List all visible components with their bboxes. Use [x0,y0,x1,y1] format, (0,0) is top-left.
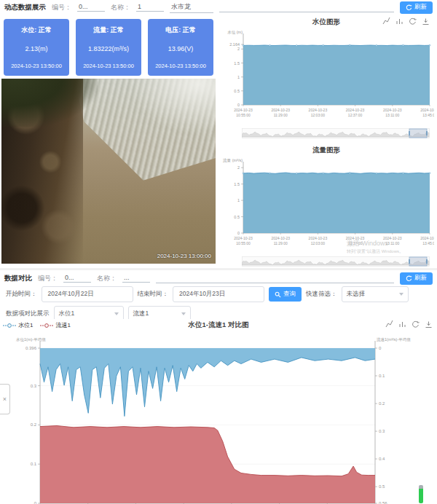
bar-chart-icon[interactable] [395,17,403,25]
compare-svg: 水位1(m)-平均值流速1(m³/s)-平均值0.3960.30.20.1000… [0,331,437,504]
chart-toolbox [382,17,430,25]
axis-label: 流速1(m³/s)-平均值 [377,337,411,342]
axis-label: 12:03:00 [311,241,326,245]
chart-title: 流量图形 [312,146,340,155]
end-time-label: 结束时间： [138,290,169,299]
card-status: 电压: 正常 [149,25,212,35]
chevron-down-icon [114,312,119,315]
水位1-area [40,348,375,417]
axis-label: 0 [237,103,240,107]
axis-label: 13:11:00 [385,241,399,245]
card-time: 2024-10-23 13:50:00 [77,63,140,69]
axis-label: 2024-10-23 [234,108,253,112]
axis-label: 1 [237,198,240,202]
collapsed-side-widget[interactable]: × [0,384,10,414]
axis-label: 2 [237,165,240,170]
series-line [243,45,430,46]
chart-header: 流量图形 [219,144,434,156]
download-icon[interactable] [424,320,433,328]
axis-label: 0.4 [379,457,385,461]
station-no-label: 编号： [52,3,71,12]
chart-legend: 水位1流速1 [3,321,71,329]
axis-label: 2024-10-23 [420,236,434,240]
status-cards: 水位: 正常 2.13(m) 2024-10-23 13:50:00 流量: 正… [4,19,213,76]
water-level-plot: 水位 (m)2.16421.510.502024-10-2310:55:0020… [219,28,434,128]
refresh-button[interactable]: 刷新 [400,272,433,285]
axis-label: 2024-10-23 [346,108,365,112]
bottom-panel-header: 数据对比 编号： 0... 名称： ... 刷新 [0,271,437,286]
axis-label: 0 [379,346,382,350]
axis-label: 0.2 [31,422,37,427]
legend-item-水位1[interactable]: 水位1 [3,321,33,329]
start-time-label: 开始时间： [6,290,37,299]
comparison-chart: 水位1-流速1 对比图 水位1流速1 水位1(m)-平均值流速1(m³/s)-平… [0,319,437,504]
axis-label: 13:45:00 [422,241,434,245]
datazoom-handle[interactable] [426,259,428,264]
datazoom-handle[interactable] [409,131,410,135]
card-time: 2024-10-23 13:50:00 [149,63,212,69]
axis-label: 2024-10-23 [234,236,253,240]
card-value: 13.96(V) [149,45,212,52]
flow-svg: 流量 (m³/s)21.510.502024-10-2310:55:002024… [219,156,434,253]
scroll-indicator [419,485,423,503]
camera-foam [130,79,216,134]
camera-feed: 2024-10-23 13:00:00 [1,79,216,264]
chart-title: 水位1-流速1 对比图 [189,320,249,330]
axis-label: 0.1 [379,374,385,378]
comparison-plot: 水位1(m)-平均值流速1(m³/s)-平均值0.3960.30.20.1000… [0,331,437,504]
start-date-input[interactable]: 2024年10月22日 [42,286,133,302]
axis-label: 2024-10-23 [309,108,328,112]
end-date-input[interactable]: 2024年10月23日 [173,286,264,302]
axis-label: 0 [34,501,37,504]
legend-item-流速1[interactable]: 流速1 [40,321,70,329]
datazoom-slider[interactable] [242,256,430,267]
bar-chart-icon[interactable] [398,320,406,328]
axis-label: 11:29:00 [274,241,288,245]
axis-label: 水位 (m) [227,30,243,34]
axis-label: 1 [237,75,240,79]
datazoom-slider[interactable] [242,128,430,138]
voltage-card: 电压: 正常 13.96(V) 2024-10-23 13:50:00 [148,19,213,76]
datazoom-thumb[interactable] [409,129,427,138]
datazoom-svg [242,128,430,138]
axis-label: 10:55:00 [236,113,251,117]
station-no-value: 0... [77,3,105,12]
datazoom-svg [242,256,430,267]
axis-label: 10:55:00 [236,241,251,245]
axis-label: 2024-10-23 [271,236,290,240]
water-level-svg: 水位 (m)2.16421.510.502024-10-2310:55:0020… [219,28,434,125]
line-chart-icon[interactable] [382,17,390,25]
axis-label: 2024-10-23 [271,108,290,112]
datazoom-thumb[interactable] [409,257,427,266]
quick-filter-select[interactable]: 未选择 [342,286,409,302]
axis-label: 2024-10-23 [420,108,434,112]
refresh-button[interactable]: 刷新 [400,1,433,14]
restore-icon[interactable] [408,17,417,25]
query-button[interactable]: 查询 [269,287,302,302]
section-divider [0,268,437,270]
datazoom-handle[interactable] [426,131,428,135]
area-fill [243,173,430,233]
card-value: 1.83222(m³/s) [77,45,140,52]
flow-plot: 流量 (m³/s)21.510.502024-10-2310:55:002024… [219,156,434,256]
legend-label: 流速1 [55,321,70,329]
axis-label: 0.2 [379,401,385,406]
camera-vegetation [1,79,98,127]
water-level-chart: 水位图形 水位 (m)2.16421.510.502024-10-2310:55… [219,16,434,141]
axis-label: 2.164 [229,42,240,47]
datazoom-handle[interactable] [409,259,410,264]
header-underline [219,2,394,12]
axis-label: 流量 (m³/s) [223,158,243,163]
card-status: 流量: 正常 [77,25,140,35]
water-level-card: 水位: 正常 2.13(m) 2024-10-23 13:50:00 [4,19,69,76]
legend-label: 水位1 [18,321,33,329]
axis-label: 0.3 [379,429,385,433]
card-time: 2024-10-23 13:50:00 [5,63,68,69]
axis-label: 1.5 [234,61,240,66]
line-chart-icon[interactable] [385,320,393,328]
download-icon[interactable] [421,17,430,25]
restore-icon[interactable] [411,320,420,328]
dashboard: 动态数据展示 编号： 0... 名称： 1 水市龙 刷新 水位: 正常 2.13… [0,0,437,504]
chevron-down-icon [181,312,186,315]
flow-card: 流量: 正常 1.83222(m³/s) 2024-10-23 13:50:00 [76,19,141,76]
